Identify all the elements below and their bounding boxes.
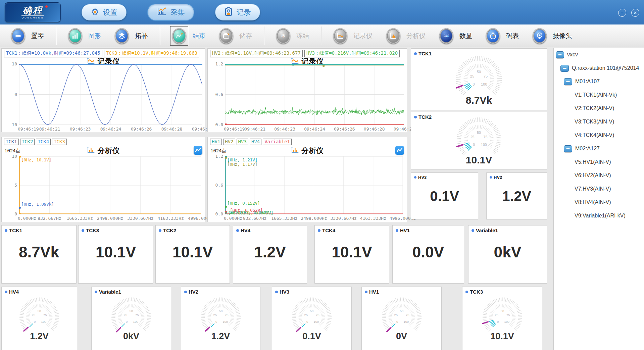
tree-item-m01[interactable]: M01:A107 (554, 75, 644, 88)
digital-value: 10.1V (79, 243, 153, 261)
toolbar-item-数显[interactable]: 246数显 (438, 27, 472, 45)
channel-dot-icon (490, 176, 492, 179)
svg-text:0: 0 (306, 320, 308, 323)
toolbar-item-拓补[interactable]: 拓补 (113, 27, 148, 45)
tree-collapse-icon[interactable] (564, 145, 572, 152)
digital-value: 1.2V (233, 243, 307, 261)
tree-item-v9[interactable]: V9:Variable1(ARI-kV) (554, 209, 644, 222)
tree-collapse-icon[interactable] (564, 78, 572, 85)
gauge-value: 10.1V (462, 331, 542, 342)
acquire-button[interactable]: 采集 (147, 4, 194, 21)
channel-tab-HV1[interactable]: HV1 (210, 139, 222, 145)
channel-tab-HV3[interactable]: HV3 (237, 139, 248, 145)
digital-panel-hv2: HV2 1.2V (486, 172, 547, 219)
tree-collapse-icon[interactable] (560, 65, 569, 72)
device-tree-panel: vxcvQ.raxx-station 101@752014M01:A107V1:… (553, 48, 644, 350)
digital-panel-tck4: TCK410.1V (314, 225, 389, 284)
toolbar-item-分析仪[interactable]: 分析仪 (385, 27, 426, 45)
tree-item-label: V7:HV3(AIN-V) (575, 186, 611, 192)
toolbar-item-图形[interactable]: 图形 (66, 27, 101, 45)
analyzer-chart-toggle-button[interactable] (194, 146, 202, 155)
toolbar-divider (56, 27, 56, 45)
digital-panel-variable1: Variable10kV (468, 225, 547, 284)
analyzer-title-text: 分析仪 (302, 146, 324, 155)
tree-item-v6[interactable]: V6:HV2(AIN-V) (554, 169, 644, 182)
channel-tab-Variable1[interactable]: Variable1 (263, 139, 292, 145)
toolbar-item-冻结[interactable]: ❄冻结 (275, 27, 309, 45)
x-axis-tick-label: 3330.667Hz (331, 216, 357, 221)
tree-item-v1[interactable]: V1:TCK1(AIN-Vk) (554, 88, 644, 102)
settings-button[interactable]: ⚙ 设置 (82, 4, 127, 20)
analyzer-channel-tabs: HV1HV2HV3HV4Variable1 (210, 139, 292, 145)
recorder-icon (333, 28, 347, 44)
graph-icon (68, 28, 82, 44)
channel-dot-icon (318, 229, 320, 232)
gauge-panel-tck3: TCK3025507510010.1V (462, 287, 542, 350)
tree-item-label: V2:TCK2(AIN-V) (575, 105, 614, 111)
tree-item-v2[interactable]: V2:TCK2(AIN-V) (554, 102, 644, 115)
digital-value: 0.1V (411, 188, 478, 204)
channel-name: TCK3 (470, 289, 483, 295)
toolbar-item-码表[interactable]: 码表 (484, 27, 519, 45)
svg-text:25: 25 (213, 313, 216, 317)
record-button[interactable]: 记录 (215, 4, 260, 20)
tree-item-v3[interactable]: V3:TCK3(AIN-V) (554, 115, 644, 129)
channel-dot-icon (365, 291, 367, 293)
channel-tab-HV2[interactable]: HV2 (223, 139, 235, 145)
svg-text:0: 0 (396, 320, 398, 323)
tree-item-m02[interactable]: M02:A127 (554, 142, 644, 155)
freeze-icon: ❄ (276, 28, 290, 44)
toolbar-divider (264, 27, 264, 45)
x-axis-tick-label: 2498.000Hz (97, 216, 123, 221)
tree-item-q.raxx-station 101@752014[interactable]: Q.raxx-station 101@752014 (554, 61, 644, 75)
digital-value: 0.0V (393, 243, 464, 261)
minimize-button[interactable]: − (618, 9, 626, 17)
svg-text:100: 100 (481, 143, 487, 147)
digital-panel-label: TCK4 (318, 228, 335, 233)
tree-item-v5[interactable]: V5:HV1(AIN-V) (554, 155, 644, 169)
svg-text:50: 50 (219, 309, 222, 313)
toolbar-item-结束[interactable]: 结束 (170, 26, 205, 46)
close-button[interactable]: ✕ (631, 9, 639, 17)
logo-subtitle: QUECHENG (21, 15, 44, 19)
channel-tab-TCK2[interactable]: TCK2 (20, 139, 35, 145)
toolbar-item-摄像头[interactable]: 摄像头 (531, 27, 572, 45)
tree-item-v7[interactable]: V7:HV3(AIN-V) (554, 182, 644, 196)
digital-value: 1.2V (487, 188, 547, 204)
analyzer-panel-hv: HV1HV2HV3HV4Variable1 1024点 分析仪 (207, 137, 407, 222)
digital-panel-tck2: TCK210.1V (155, 225, 230, 284)
svg-text:50: 50 (400, 309, 403, 313)
tree-collapse-icon[interactable] (556, 51, 564, 58)
digital-panel-hv1: HV10.0V (392, 225, 464, 284)
channel-tab-TCK3[interactable]: TCK3 (52, 139, 67, 145)
x-axis-tick-label: 09:46:21 (245, 127, 266, 132)
x-axis-tick-label: 09:46:21 (39, 127, 60, 132)
record-clipboard-icon (225, 7, 233, 18)
x-axis-tick-label: 832.667Hz (38, 216, 61, 221)
toolbar-item-置零[interactable]: 置零 (9, 27, 44, 45)
digital-panel-label: HV2 (490, 175, 502, 180)
channel-dot-icon (184, 291, 187, 293)
channel-tab-TCK1[interactable]: TCK1 (4, 139, 19, 145)
analyzer-panel-tck: TCK1TCK2TCK4TCK3 1024点 分析仪 (1, 137, 205, 222)
toolbar-item-label: 码表 (506, 32, 519, 40)
peak-label-hv2: HV2：峰值=1.18V,时间=09:46:23.677 (210, 50, 303, 57)
toolbar-item-储存[interactable]: 储存 (217, 27, 252, 45)
peak-labels: TCK1：峰值=10.0Vk,时间=09:46:27.045 TCK3：峰值=1… (4, 50, 199, 57)
app-logo: 确程 QUECHENG (5, 2, 61, 22)
tree-item-v4[interactable]: V4:TCK4(AIN-V) (554, 129, 644, 142)
tree-item-vxcv[interactable]: vxcv (554, 48, 644, 61)
main-area: TCK1：峰值=10.0Vk,时间=09:46:27.045 TCK3：峰值=1… (0, 47, 644, 350)
tree-item-v8[interactable]: V8:HV4(AIN-V) (554, 196, 644, 209)
channel-tab-TCK4[interactable]: TCK4 (36, 139, 51, 145)
analyzer-chart-toggle-button[interactable] (395, 146, 404, 155)
svg-text:0: 0 (473, 143, 475, 147)
gauge-panel-label: HV3 (275, 289, 289, 295)
toolbar-divider (160, 27, 160, 45)
digital-panel-label: TCK2 (159, 228, 176, 233)
svg-text:100: 100 (41, 320, 46, 323)
gauge-value: 1.2V (181, 331, 260, 342)
channel-name: HV2 (189, 289, 198, 295)
channel-tab-HV4[interactable]: HV4 (250, 139, 261, 145)
toolbar-item-记录仪[interactable]: 记录仪 (332, 27, 373, 45)
